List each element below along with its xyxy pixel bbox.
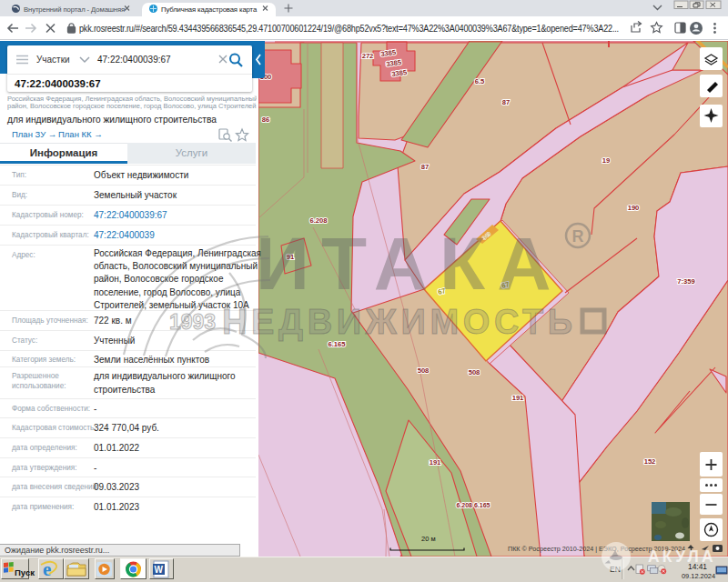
svg-text:W: W	[155, 565, 164, 575]
svg-text:6.5: 6.5	[475, 77, 485, 85]
svg-text:6.208: 6.208	[309, 216, 327, 225]
svg-text:91: 91	[287, 253, 295, 261]
svg-text:190: 190	[628, 204, 640, 212]
svg-text:14:41: 14:41	[688, 562, 707, 571]
svg-text:508: 508	[469, 368, 480, 376]
svg-text:09.12.2024: 09.12.2024	[682, 572, 715, 580]
svg-text:EN: EN	[610, 565, 621, 574]
svg-text:191: 191	[512, 394, 524, 402]
svg-text:19: 19	[602, 156, 610, 165]
svg-text:6.208 6.165: 6.208 6.165	[457, 502, 490, 508]
svg-text:Пуск: Пуск	[15, 567, 35, 577]
svg-text:6.165: 6.165	[328, 340, 346, 348]
svg-text:7:359: 7:359	[677, 277, 694, 286]
svg-text:86: 86	[262, 115, 269, 124]
svg-text:191: 191	[430, 458, 441, 467]
svg-text:272: 272	[362, 52, 374, 60]
svg-text:87: 87	[502, 98, 510, 106]
svg-text:87: 87	[421, 163, 429, 171]
svg-text:508: 508	[418, 366, 430, 375]
svg-text:152: 152	[644, 457, 656, 466]
